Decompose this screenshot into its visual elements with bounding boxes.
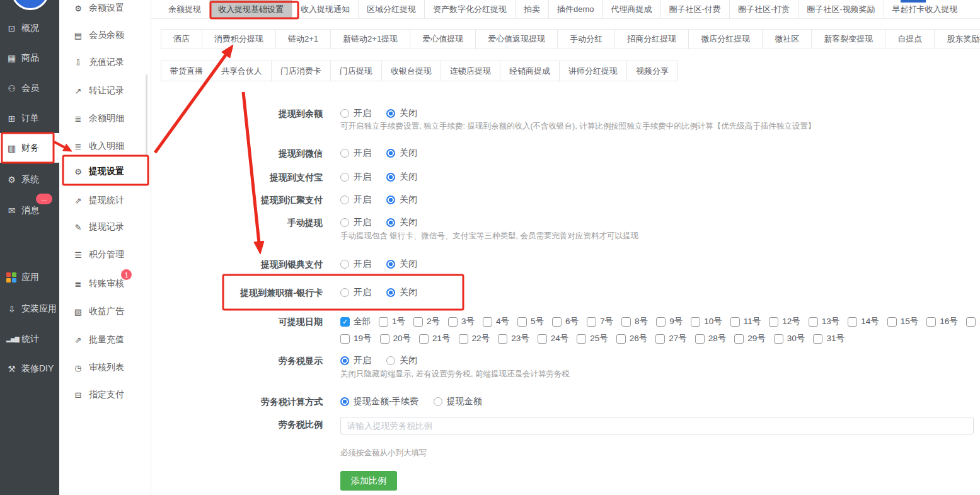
tab-row2-0[interactable]: 酒店 [161,30,202,49]
sidebar-item-orders[interactable]: ⊞订单 [0,110,59,127]
tab-row2-3[interactable]: 新链动2+1提现 [331,30,410,49]
submenu-item-points-management[interactable]: ☰积分管理 [59,247,151,263]
checkbox-icon[interactable] [379,317,388,327]
submenu-item-withdraw-stats[interactable]: ⇗提现统计 [59,192,151,209]
date-option-20号[interactable]: 20号 [380,333,412,344]
submenu-item-transfer-audit[interactable]: ≣转账审核 [59,276,151,292]
checkbox-icon[interactable] [448,317,458,327]
submenu-item-balance-details[interactable]: ≣余额明细 [59,110,151,127]
checkbox-icon[interactable] [734,334,744,344]
submenu-item-designated-payment[interactable]: ⊟指定支付 [59,387,151,403]
checkbox-icon[interactable] [340,334,350,344]
checkbox-icon[interactable] [552,317,562,327]
submenu-item-revenue-ads[interactable]: ▧收益广告 [59,303,151,320]
radio-icon[interactable] [340,260,349,269]
checkbox-icon[interactable] [695,334,705,344]
manual-option-1[interactable]: 关闭 [386,217,417,228]
date-option-14号[interactable]: 14号 [848,316,879,327]
tab-row3-4[interactable]: 收银台提现 [382,61,441,81]
checkbox-icon[interactable] [655,334,665,344]
date-option-6号[interactable]: 6号 [552,316,579,327]
radio-icon[interactable] [340,288,349,297]
tab-row2-5[interactable]: 爱心值返现提现 [476,30,558,49]
date-option-3号[interactable]: 3号 [448,316,475,327]
tab-row2-2[interactable]: 链动2+1 [276,30,331,49]
date-option-30号[interactable]: 30号 [774,333,805,344]
tab-row2-12[interactable]: 股东奖励提现 [935,30,980,49]
tab-row1-4[interactable]: 资产数字化分红提现 [425,0,516,18]
date-option-4号[interactable]: 4号 [483,316,509,327]
tab-row3-5[interactable]: 连锁店提现 [441,61,500,81]
tab-row1-10[interactable]: 圈子社区-视频奖励 [798,0,884,18]
radio-icon[interactable] [340,173,349,182]
date-option-26号[interactable]: 26号 [616,333,648,344]
radio-icon[interactable] [340,195,349,204]
radio-icon[interactable] [340,109,349,118]
tab-row1-5[interactable]: 拍卖 [516,0,549,18]
radio-icon[interactable] [434,397,442,406]
tab-row1-11[interactable]: 早起打卡收入提现 [884,0,966,18]
checkbox-icon[interactable] [413,317,423,327]
tab-row1-6[interactable]: 插件demo [549,0,603,18]
taxshow-option-0[interactable]: 开启 [340,355,371,366]
sidebar-item-members[interactable]: ⚇会员 [0,80,59,96]
checkbox-icon[interactable] [498,334,507,344]
checkbox-icon[interactable] [926,317,936,327]
jianzhimao-option-1[interactable]: 关闭 [386,287,417,298]
date-option-16号[interactable]: 16号 [926,316,958,327]
date-option-1号[interactable]: 1号 [379,316,405,327]
alipay-option-0[interactable]: 开启 [340,172,371,183]
radio-icon[interactable] [386,195,395,204]
radio-icon[interactable] [386,260,395,269]
radio-icon[interactable] [386,173,395,182]
yindian-option-0[interactable]: 开启 [340,259,371,270]
huiju-option-0[interactable]: 开启 [340,194,371,206]
date-option-2号[interactable]: 2号 [413,316,440,327]
balance-option-0[interactable]: 开启 [340,108,371,119]
submenu-item-recharge-records[interactable]: ⇩充值记录 [59,54,151,71]
checkbox-icon[interactable] [483,317,492,327]
checkbox-icon[interactable] [538,334,547,344]
sidebar-item-stats[interactable]: ▂▅▇统计 [0,331,59,347]
tab-row3-3[interactable]: 门店提现 [331,61,382,81]
date-option-13号[interactable]: 13号 [809,316,840,327]
date-option-24号[interactable]: 24号 [538,333,569,344]
checkbox-icon[interactable] [616,334,626,344]
checkbox-icon[interactable] [419,334,429,344]
date-option-5号[interactable]: 5号 [517,316,544,327]
huiju-option-1[interactable]: 关闭 [386,194,417,206]
tab-row2-6[interactable]: 手动分红 [558,30,615,49]
checkbox-icon[interactable] [769,317,778,327]
tab-row2-9[interactable]: 微社区 [763,30,812,49]
submenu-item-balance-settings[interactable]: ⚙余额设置 [59,0,151,16]
checkbox-icon[interactable] [809,317,818,327]
taxcalc-option-0[interactable]: 提现金额-手续费 [340,396,418,407]
tab-row2-10[interactable]: 新客裂变提现 [812,30,885,49]
checkbox-icon[interactable] [813,334,822,344]
date-option-10号[interactable]: 10号 [691,316,722,327]
checkbox-icon[interactable] [774,334,783,344]
date-option-7号[interactable]: 7号 [587,316,613,327]
checkbox-icon[interactable] [459,334,468,344]
checkbox-icon[interactable] [621,317,631,327]
date-option-27号[interactable]: 27号 [655,333,687,344]
date-option-15号[interactable]: 15号 [887,316,919,327]
submenu-item-withdraw-records[interactable]: ✎提现记录 [59,219,151,235]
sidebar-item-system[interactable]: ⚙系统 [0,172,59,188]
tax-ratio-input[interactable] [340,417,974,434]
submenu-scrollbar[interactable] [146,74,147,155]
tab-row2-11[interactable]: 自提点 [885,30,935,49]
sidebar-item-apps[interactable]: 应用 [0,269,59,286]
sidebar-item-diy[interactable]: ⚒装修DIY [0,361,59,377]
submenu-item-withdraw-settings[interactable]: ⚙提现设置 [59,163,151,180]
sidebar-item-goods[interactable]: ▦商品 [0,50,59,66]
radio-icon[interactable] [386,356,395,365]
radio-icon[interactable] [340,397,349,406]
checkbox-icon[interactable] [587,317,596,327]
manual-option-0[interactable]: 开启 [340,217,371,228]
sidebar-item-overview[interactable]: ⊡概况 [0,20,59,37]
tab-row1-9[interactable]: 圈子社区-打赏 [730,0,798,18]
radio-icon[interactable] [340,356,349,365]
jianzhimao-option-0[interactable]: 开启 [340,287,371,298]
radio-icon[interactable] [340,218,349,227]
